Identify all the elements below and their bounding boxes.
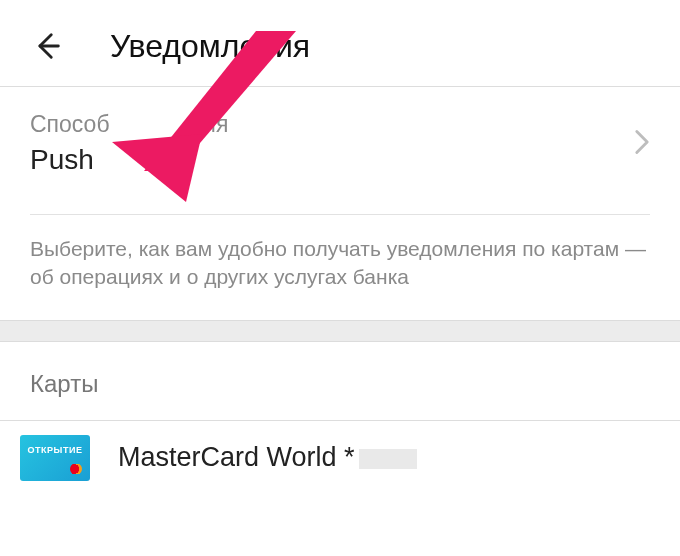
notification-method-row[interactable]: Способ получения Push (30, 111, 650, 176)
card-mask-prefix: * (344, 442, 355, 472)
card-thumbnail: ОТКРЫТИЕ (20, 435, 90, 481)
card-masked-number (359, 449, 417, 469)
notification-method-text: Способ получения Push (30, 111, 634, 176)
method-label-part1: Способ (30, 111, 110, 137)
section-separator (0, 320, 680, 342)
notification-method-value: Push (30, 144, 634, 176)
method-label-suffix: ния (190, 111, 228, 137)
notification-method-label: Способ получения (30, 111, 634, 138)
cards-section-header: Карты (0, 342, 680, 420)
notification-method-section: Способ получения Push (0, 87, 680, 194)
card-row[interactable]: ОТКРЫТИЕ MasterCard World * (0, 421, 680, 501)
back-button[interactable] (30, 24, 74, 68)
card-bank-label: ОТКРЫТИЕ (24, 445, 86, 455)
card-name-text: MasterCard World (118, 442, 344, 472)
header-bar: Уведомления (0, 0, 680, 86)
chevron-right-icon (634, 129, 650, 159)
page-title: Уведомления (110, 28, 310, 65)
mastercard-logo-icon (70, 463, 82, 475)
notification-description: Выберите, как вам удобно получать уведом… (0, 215, 680, 320)
arrow-left-icon (30, 29, 64, 63)
card-name: MasterCard World * (118, 442, 417, 473)
